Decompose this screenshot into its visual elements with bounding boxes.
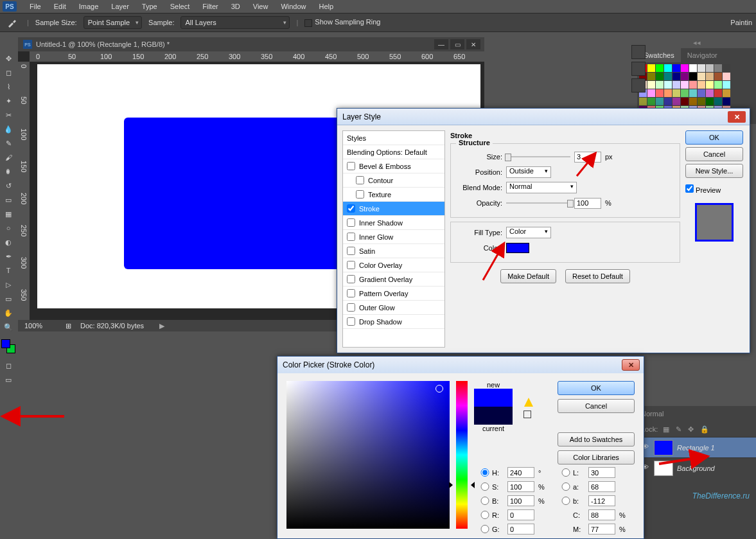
cancel-button[interactable]: Cancel <box>685 147 743 161</box>
swatch[interactable] <box>723 81 730 89</box>
swatch[interactable] <box>706 98 714 105</box>
sidebar-item-inner-glow[interactable]: Inner Glow <box>343 230 444 244</box>
marquee-tool-icon[interactable]: ◻ <box>0 66 17 80</box>
show-sampling-ring-checkbox[interactable]: Show Sampling Ring <box>304 18 380 26</box>
swatch[interactable] <box>681 89 689 97</box>
swatch[interactable] <box>672 81 680 89</box>
swatch[interactable] <box>698 89 705 97</box>
swatch[interactable] <box>689 98 697 105</box>
ok-button[interactable]: OK <box>558 381 635 395</box>
sidebar-styles[interactable]: Styles <box>343 131 444 145</box>
screenmode-icon[interactable]: ▭ <box>0 373 17 387</box>
sat-bright-field[interactable] <box>286 381 450 529</box>
sidebar-item-checkbox[interactable] <box>347 261 355 269</box>
layer-name[interactable]: Rectangle 1 <box>677 444 715 452</box>
hand-tool-icon[interactable]: ✋ <box>0 306 17 320</box>
s-input[interactable] <box>507 481 534 492</box>
sidebar-item-gradient-overlay[interactable]: Gradient Overlay <box>343 272 444 287</box>
swatch[interactable] <box>656 89 664 97</box>
dodge-tool-icon[interactable]: ◐ <box>0 235 17 249</box>
menu-3d[interactable]: 3D <box>225 3 247 10</box>
menu-type[interactable]: Type <box>136 3 164 10</box>
swatch[interactable] <box>672 73 680 80</box>
panel-icon-1[interactable] <box>631 45 646 59</box>
sidebar-item-checkbox[interactable] <box>347 233 355 241</box>
path-select-tool-icon[interactable]: ▷ <box>0 278 17 292</box>
swatch[interactable] <box>647 81 655 89</box>
swatch[interactable] <box>689 89 697 97</box>
make-default-button[interactable]: Make Default <box>500 269 556 283</box>
document-tab[interactable]: PS Untitled-1 @ 100% (Rectangle 1, RGB/8… <box>18 40 175 49</box>
swatch[interactable] <box>723 98 730 105</box>
sidebar-item-contour[interactable]: Contour <box>343 173 444 188</box>
h-input[interactable] <box>507 467 534 478</box>
s-radio[interactable] <box>480 482 489 491</box>
swatch[interactable] <box>698 64 705 72</box>
preview-checkbox[interactable]: Preview <box>685 184 743 194</box>
menu-image[interactable]: Image <box>73 3 105 10</box>
swatch[interactable] <box>698 81 705 89</box>
swatch[interactable] <box>706 73 714 80</box>
menu-file[interactable]: File <box>23 3 48 10</box>
sidebar-blending[interactable]: Blending Options: Default <box>343 145 444 159</box>
lock-position-icon[interactable]: ✥ <box>688 425 694 434</box>
sidebar-item-checkbox[interactable] <box>356 190 364 199</box>
swatch[interactable] <box>664 64 672 72</box>
sidebar-item-checkbox[interactable] <box>347 303 355 312</box>
panel-icon-3[interactable] <box>631 78 646 93</box>
wand-tool-icon[interactable]: ✦ <box>0 94 17 108</box>
c-input[interactable] <box>588 509 615 520</box>
eyedropper-tool-icon[interactable]: 💧 <box>0 122 17 136</box>
g-radio[interactable] <box>480 525 489 533</box>
sidebar-item-checkbox[interactable] <box>347 204 355 213</box>
info-expand-icon[interactable]: ▶ <box>159 322 164 330</box>
sidebar-item-color-overlay[interactable]: Color Overlay <box>343 258 444 272</box>
swatch[interactable] <box>656 81 664 89</box>
swatch[interactable] <box>664 89 672 97</box>
swatch[interactable] <box>706 81 714 89</box>
swatch[interactable] <box>656 98 664 105</box>
swatch[interactable] <box>689 73 697 80</box>
swatch[interactable] <box>664 81 672 89</box>
menu-view[interactable]: View <box>247 3 275 10</box>
eyedropper-icon[interactable] <box>4 15 21 30</box>
window-maximize-button[interactable]: ▭ <box>450 39 464 49</box>
sidebar-item-checkbox[interactable] <box>347 247 355 255</box>
position-select[interactable]: Outside <box>506 166 551 178</box>
swatch[interactable] <box>706 89 714 97</box>
menu-filter[interactable]: Filter <box>196 3 224 10</box>
sidebar-item-outer-glow[interactable]: Outer Glow <box>343 301 444 315</box>
swatch[interactable] <box>672 98 680 105</box>
sample-dropdown[interactable]: All Layers <box>180 16 290 29</box>
add-to-swatches-button[interactable]: Add to Swatches <box>558 432 635 446</box>
sidebar-item-satin[interactable]: Satin <box>343 244 444 258</box>
swatch[interactable] <box>672 89 680 97</box>
ok-button[interactable]: OK <box>685 130 743 145</box>
swatch[interactable] <box>723 73 730 80</box>
reset-default-button[interactable]: Reset to Default <box>565 269 630 283</box>
a-radio[interactable] <box>561 482 570 491</box>
b2-input[interactable] <box>588 495 615 506</box>
swatch[interactable] <box>689 81 697 89</box>
swatch[interactable] <box>698 98 705 105</box>
size-slider[interactable] <box>506 152 570 161</box>
sidebar-item-bevel-emboss[interactable]: Bevel & Emboss <box>343 159 444 173</box>
a-input[interactable] <box>588 481 615 492</box>
swatch[interactable] <box>647 89 655 97</box>
eraser-tool-icon[interactable]: ▭ <box>0 193 17 207</box>
gamut-warning-icon[interactable] <box>524 398 533 407</box>
layer-thumbnail[interactable] <box>654 461 673 476</box>
layer-row-rectangle[interactable]: 👁 Rectangle 1 <box>637 437 756 457</box>
sample-size-dropdown[interactable]: Point Sample <box>84 16 142 29</box>
blur-tool-icon[interactable]: ○ <box>0 221 17 235</box>
opacity-slider[interactable] <box>506 199 570 208</box>
newstyle-button[interactable]: New Style... <box>685 164 743 178</box>
swatch[interactable] <box>723 64 730 72</box>
swatch[interactable] <box>689 64 697 72</box>
opacity-input[interactable] <box>574 198 601 209</box>
new-color-swatch[interactable] <box>474 389 513 407</box>
r-radio[interactable] <box>480 511 489 519</box>
sidebar-item-checkbox[interactable] <box>347 218 355 227</box>
crop-tool-icon[interactable]: ✂ <box>0 108 17 122</box>
swatch[interactable] <box>714 98 722 105</box>
